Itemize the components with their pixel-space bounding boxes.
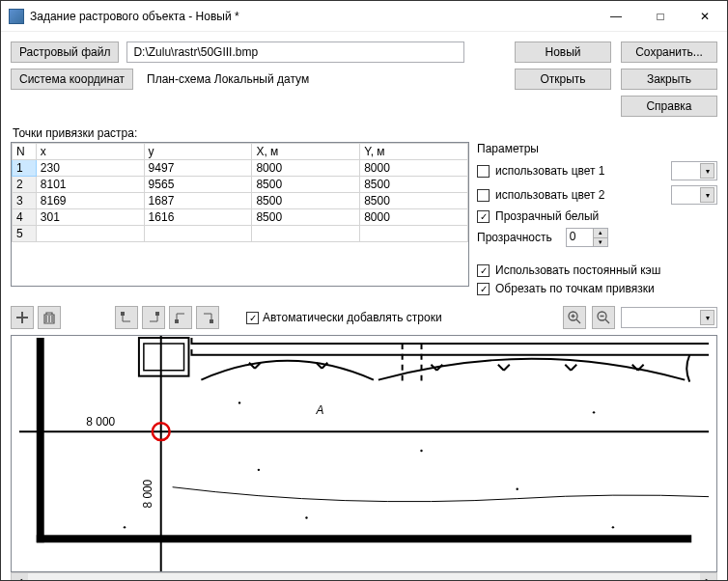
transparent-white-label: Прозрачный белый	[495, 209, 599, 223]
transparency-label: Прозрачность	[477, 231, 552, 244]
close-button[interactable]: Закрыть	[621, 69, 717, 90]
file-path-field[interactable]: D:\Zulu\rastr\50GIII.bmp	[126, 42, 464, 63]
zoom-in-button[interactable]	[563, 306, 586, 329]
transparency-value[interactable]: 0	[567, 229, 593, 246]
svg-rect-7	[37, 338, 44, 542]
save-button[interactable]: Сохранить...	[621, 42, 717, 63]
maximize-button[interactable]: □	[638, 1, 683, 32]
delete-row-button[interactable]	[38, 306, 61, 329]
crop-points-checkbox[interactable]: ✓	[477, 283, 490, 295]
add-row-button[interactable]	[11, 306, 34, 329]
transparency-spinner[interactable]: 0 ▲▼	[566, 228, 608, 247]
table-row: 5	[13, 226, 468, 242]
help-button[interactable]: Справка	[621, 96, 717, 117]
col-x[interactable]: x	[36, 144, 144, 160]
svg-point-16	[258, 469, 260, 471]
use-color1-checkbox[interactable]	[477, 165, 490, 178]
new-button[interactable]: Новый	[515, 42, 611, 63]
raster-file-button[interactable]: Растровый файл	[11, 42, 119, 63]
coord-system-label: План-схема Локальный датум	[141, 69, 315, 90]
window-title: Задание растрового объекта - Новый *	[30, 10, 594, 23]
title-bar: Задание растрового объекта - Новый * ― □…	[1, 1, 727, 32]
parameters-panel: Параметры использовать цвет 1 ▾ использо…	[477, 142, 717, 300]
svg-rect-3	[210, 319, 213, 323]
scroll-right-icon[interactable]: ►	[700, 573, 716, 581]
svg-point-22	[124, 526, 126, 528]
svg-rect-2	[175, 319, 179, 323]
zoom-combo[interactable]: ▾	[621, 307, 717, 328]
anchor-br-button[interactable]	[196, 306, 219, 329]
svg-text:8 000: 8 000	[141, 479, 154, 508]
table-row: 28101956585008500	[13, 177, 468, 193]
svg-point-18	[420, 450, 422, 452]
points-table[interactable]: N x y X, м Y, м 1230949780008000 2810195…	[11, 142, 469, 287]
close-window-button[interactable]: ✕	[683, 1, 727, 32]
table-row: 4301161685008000	[13, 209, 468, 226]
col-xm[interactable]: X, м	[252, 144, 360, 160]
color2-combo[interactable]: ▾	[671, 185, 717, 205]
col-n[interactable]: N	[13, 144, 37, 160]
svg-rect-0	[121, 312, 125, 316]
map-preview-svg: 8 000 8 000 A	[12, 336, 716, 571]
spinner-up-icon[interactable]: ▲	[593, 229, 607, 238]
svg-point-19	[517, 488, 518, 490]
raster-preview[interactable]: 8 000 8 000 A	[11, 335, 717, 572]
svg-rect-6	[37, 535, 691, 542]
scroll-track[interactable]	[28, 573, 700, 581]
perm-cache-label: Использовать постоянный кэш	[495, 263, 660, 277]
svg-point-17	[305, 516, 307, 518]
points-label: Точки привязки растра:	[1, 117, 727, 142]
app-icon	[9, 9, 24, 24]
col-y[interactable]: y	[144, 144, 252, 160]
table-row: 1230949780008000	[13, 160, 468, 177]
anchor-tr-button[interactable]	[142, 306, 165, 329]
crop-points-label: Обрезать по точкам привязки	[495, 282, 655, 295]
auto-add-rows-label: Автоматически добавлять строки	[263, 311, 442, 324]
use-color2-label: использовать цвет 2	[495, 188, 605, 202]
chevron-down-icon: ▾	[700, 310, 714, 325]
auto-add-rows-checkbox[interactable]: ✓	[246, 312, 259, 324]
transparent-white-checkbox[interactable]: ✓	[477, 210, 490, 223]
svg-text:A: A	[315, 403, 323, 417]
svg-text:8 000: 8 000	[86, 415, 115, 429]
toolbar: ✓ Автоматически добавлять строки ▾	[1, 300, 727, 335]
chevron-down-icon: ▾	[700, 163, 714, 179]
params-title: Параметры	[477, 142, 717, 155]
use-color2-checkbox[interactable]	[477, 189, 490, 202]
col-ym[interactable]: Y, м	[360, 144, 468, 160]
zoom-out-button[interactable]	[592, 306, 615, 329]
scroll-left-icon[interactable]: ◄	[12, 573, 28, 581]
open-button[interactable]: Открыть	[515, 69, 611, 90]
perm-cache-checkbox[interactable]: ✓	[477, 264, 490, 277]
svg-point-20	[593, 411, 595, 413]
anchor-tl-button[interactable]	[115, 306, 138, 329]
chevron-down-icon: ▾	[700, 187, 714, 203]
svg-rect-1	[155, 312, 159, 316]
use-color1-label: использовать цвет 1	[495, 164, 605, 178]
minimize-button[interactable]: ―	[594, 1, 638, 32]
spinner-down-icon[interactable]: ▼	[593, 238, 607, 247]
anchor-bl-button[interactable]	[169, 306, 192, 329]
color1-combo[interactable]: ▾	[671, 161, 717, 180]
coord-system-button[interactable]: Система координат	[11, 69, 133, 90]
svg-point-15	[238, 401, 240, 403]
horizontal-scrollbar[interactable]: ◄ ►	[11, 572, 717, 581]
svg-point-21	[612, 526, 614, 528]
table-row: 38169168785008500	[13, 193, 468, 209]
